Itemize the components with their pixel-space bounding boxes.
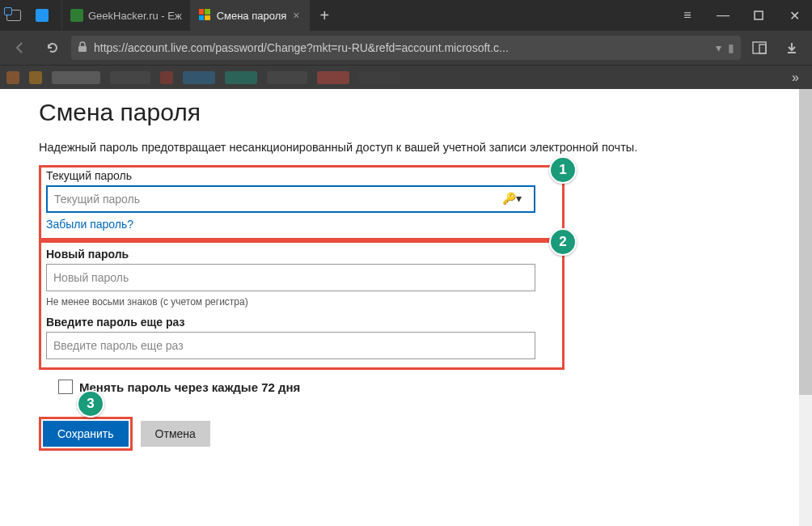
bookmark-item[interactable] bbox=[160, 71, 173, 84]
bookmark-item[interactable] bbox=[317, 71, 349, 84]
new-password-input[interactable] bbox=[46, 264, 535, 291]
forgot-password-link[interactable]: Забыли пароль? bbox=[46, 218, 133, 231]
tab-2[interactable]: GeekHacker.ru - Еж bbox=[62, 0, 191, 31]
annotation-badge-2: 2 bbox=[549, 228, 577, 256]
bookmark-item[interactable] bbox=[52, 71, 100, 84]
current-password-label: Текущий пароль bbox=[46, 169, 557, 182]
svg-rect-3 bbox=[759, 45, 766, 53]
bookmark-item[interactable] bbox=[225, 71, 257, 84]
window-icon bbox=[6, 10, 21, 21]
tab-title: GeekHacker.ru - Еж bbox=[88, 10, 182, 22]
tab-1[interactable] bbox=[27, 0, 62, 31]
annotation-badge-1: 1 bbox=[549, 156, 577, 184]
url-text: https://account.live.com/password/Change… bbox=[94, 41, 709, 54]
svg-rect-0 bbox=[755, 11, 763, 19]
tab-3-active[interactable]: Смена пароля × bbox=[191, 0, 311, 31]
rotate-password-row: Менять пароль через каждые 72 дня bbox=[58, 380, 773, 394]
bookmark-item[interactable] bbox=[183, 71, 215, 84]
maximize-button[interactable] bbox=[741, 0, 776, 31]
minimize-button[interactable]: — bbox=[705, 0, 741, 31]
bookmark-item[interactable] bbox=[29, 71, 42, 84]
new-password-label: Новый пароль bbox=[46, 248, 557, 261]
dropdown-icon[interactable]: ▾ bbox=[716, 41, 721, 54]
password-hint: Не менее восьми знаков (с учетом регистр… bbox=[46, 296, 557, 308]
page-title: Смена пароля bbox=[39, 99, 773, 126]
confirm-password-label: Введите пароль еще раз bbox=[46, 316, 557, 329]
page-description: Надежный пароль предотвращает несанкцион… bbox=[39, 141, 773, 154]
bookmark-star-icon[interactable]: ▮ bbox=[728, 41, 734, 54]
bookmark-item[interactable] bbox=[6, 71, 19, 84]
bookmarks-bar: » bbox=[0, 65, 812, 89]
page-content: Смена пароля Надежный пароль предотвраща… bbox=[0, 89, 812, 526]
app-menu-button[interactable]: ≡ bbox=[670, 0, 705, 31]
favicon-microsoft-icon bbox=[199, 9, 212, 22]
close-tab-icon[interactable]: × bbox=[291, 9, 301, 22]
reload-button[interactable] bbox=[39, 34, 66, 62]
annotation-box-3: Сохранить 3 bbox=[39, 417, 133, 451]
annotation-badge-3: 3 bbox=[77, 390, 104, 418]
close-window-button[interactable]: ✕ bbox=[776, 0, 812, 31]
address-bar: https://account.live.com/password/Change… bbox=[0, 31, 812, 65]
bookmarks-overflow-icon[interactable]: » bbox=[785, 70, 806, 85]
rotate-password-checkbox[interactable] bbox=[58, 380, 73, 394]
new-tab-button[interactable]: + bbox=[310, 0, 339, 31]
save-button[interactable]: Сохранить bbox=[43, 421, 129, 447]
svg-rect-1 bbox=[78, 46, 87, 52]
tab-strip: GeekHacker.ru - Еж Смена пароля × + bbox=[27, 0, 670, 31]
favicon-icon bbox=[36, 9, 49, 22]
rotate-password-label: Менять пароль через каждые 72 дня bbox=[79, 380, 300, 394]
lock-icon bbox=[78, 41, 87, 55]
favicon-icon bbox=[70, 9, 83, 22]
browser-titlebar: GeekHacker.ru - Еж Смена пароля × + ≡ — … bbox=[0, 0, 812, 31]
bookmark-item[interactable] bbox=[359, 71, 400, 84]
bookmark-item[interactable] bbox=[267, 71, 307, 84]
confirm-password-input[interactable] bbox=[46, 332, 535, 359]
annotation-box-1: Текущий пароль 🔑▾ Забыли пароль? 1 bbox=[39, 165, 565, 240]
cancel-button[interactable]: Отмена bbox=[141, 421, 210, 447]
back-button[interactable] bbox=[6, 34, 34, 62]
bookmark-item[interactable] bbox=[110, 71, 150, 84]
tab-title: Смена пароля bbox=[217, 10, 287, 22]
url-box[interactable]: https://account.live.com/password/Change… bbox=[71, 36, 741, 60]
vertical-scrollbar[interactable] bbox=[799, 89, 812, 526]
annotation-box-2: Новый пароль Не менее восьми знаков (с у… bbox=[39, 240, 565, 370]
current-password-input[interactable] bbox=[46, 185, 535, 213]
downloads-button[interactable] bbox=[778, 34, 806, 62]
sidebar-button[interactable] bbox=[746, 34, 773, 62]
scrollbar-thumb[interactable] bbox=[799, 89, 812, 395]
